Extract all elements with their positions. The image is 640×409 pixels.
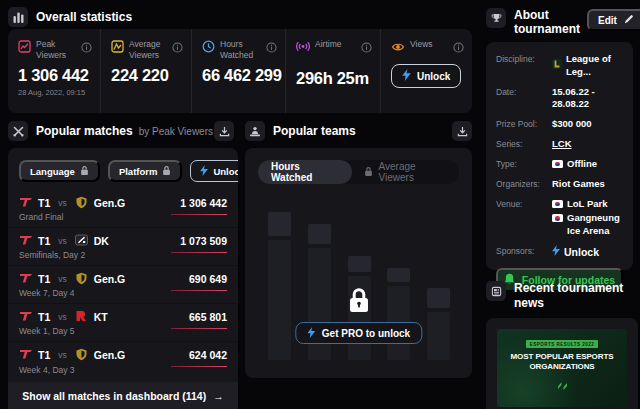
info-icon[interactable] [172,39,183,57]
row-label: Type: [496,158,548,171]
popular-teams-card: Hours Watched Average Viewers Get PRO to… [245,148,472,378]
locked-bar-chart: Get PRO to unlock [245,192,472,378]
row-label: Sponsors: [496,245,548,259]
info-icon[interactable] [361,39,372,57]
stat-label: Airtime [315,39,356,50]
info-icon[interactable] [453,39,464,57]
stat-airtime: Airtime 296h 25m [285,29,380,113]
match-row[interactable]: T1 vs Gen.G Grand Final 1 306 442 [8,190,238,228]
team1-name: T1 [38,273,50,285]
south-korea-flag-icon [552,160,563,168]
about-row-series: Series: LCK [496,138,623,151]
match-stage: Week 7, Day 4 [19,288,75,298]
average-viewers-icon [111,39,124,57]
prize-value: $300 000 [552,118,623,131]
about-row-venue: Venue: LoL Park Gangneung Ice Arena [496,198,623,238]
edit-label: Edit [598,15,617,26]
news-badge: ESPORTS RESULTS 2022 [526,340,599,348]
team-icon [245,121,265,141]
stat-value: 1 306 442 [18,66,92,85]
lock-icon [364,166,373,179]
show-all-matches-button[interactable]: Show all matches in dashboard (114) → [8,382,238,409]
peak-viewers-value: 1 306 442 [180,197,227,209]
stat-date: 28 Aug, 2022, 09:15 [18,88,92,97]
team2-name: KT [94,311,108,323]
teams-tabs: Hours Watched Average Viewers [258,160,459,184]
venue-value-1: LoL Park [567,198,607,211]
hours-watched-icon [202,39,215,57]
series-link[interactable]: LCK [552,138,623,151]
unlock-label: Unlock [213,166,238,177]
bolt-icon [200,165,208,178]
discipline-value[interactable]: League of Leg... [566,53,623,79]
row-label: Prize Pool: [496,118,548,131]
platform-filter-label: Platform [119,166,158,177]
info-icon[interactable] [266,39,277,57]
team1-logo [19,272,33,285]
about-tournament-card: Discipline: League of Leg... Date: 15.06… [486,42,633,270]
match-stage: Semifinals, Day 2 [19,250,85,260]
match-row[interactable]: T1 vs KT Week 1, Day 5 665 801 [8,304,238,342]
bolt-icon [307,327,315,340]
row-label: Date: [496,86,548,112]
viewers-sparkline [171,252,227,253]
about-row-type: Type: Offline [496,158,623,171]
about-row-sponsors: Sponsors: Unlock [496,245,623,259]
match-stage: Grand Final [19,212,63,222]
views-unlock-button[interactable]: Unlock [391,64,461,88]
filters-unlock-button[interactable]: Unlock [190,160,238,182]
vs-label: vs [58,274,67,284]
about-row-organizers: Organizers: Riot Games [496,178,623,191]
team1-name: T1 [38,197,50,209]
team1-name: T1 [38,235,50,247]
match-row[interactable]: T1 vs Gen.G Week 7, Day 4 690 649 [8,266,238,304]
team1-logo [19,234,33,247]
sponsors-unlock-label[interactable]: Unlock [564,245,599,259]
team1-name: T1 [38,349,50,361]
tab-hours-watched[interactable]: Hours Watched [258,160,352,184]
get-pro-button[interactable]: Get PRO to unlock [295,322,422,344]
skeleton-bar [387,268,410,360]
stat-value: 296h 25m [296,69,372,88]
team1-name: T1 [38,311,50,323]
viewers-sparkline [171,328,227,329]
news-section-title: Recent tournament news [514,281,624,311]
lock-icon [80,165,89,178]
news-image[interactable]: ESPORTS RESULTS 2022 MOST POPULAR ESPORT… [497,329,627,407]
team2-name: Gen.G [94,197,126,209]
download-icon[interactable] [452,121,472,141]
peak-viewers-value: 690 649 [189,273,227,285]
download-icon[interactable] [214,121,234,141]
match-row[interactable]: T1 vs Gen.G Week 4, Day 3 624 042 [8,342,238,380]
news-headline: MOST POPULAR ESPORTS ORGANIZATIONS [504,352,620,371]
bolt-icon [552,245,560,259]
stat-label: Hours Watched [220,39,261,61]
peak-viewers-value: 1 073 509 [180,235,227,247]
news-card[interactable]: ESPORTS RESULTS 2022 MOST POPULAR ESPORT… [486,318,638,409]
match-row[interactable]: T1 vs DK Semifinals, Day 2 1 073 509 [8,228,238,266]
team2-logo [75,272,89,285]
unlock-label: Unlock [417,71,450,82]
trophy-icon [486,8,506,28]
news-icon [486,281,506,301]
edit-button[interactable]: Edit [587,9,640,31]
viewers-sparkline [171,214,227,215]
match-stage: Week 4, Day 3 [19,365,75,375]
info-icon[interactable] [81,39,92,57]
viewers-sparkline [171,366,227,367]
stat-peak-viewers: Peak Viewers 1 306 442 28 Aug, 2022, 09:… [8,29,100,113]
matches-section-title: Popular matches [36,124,133,138]
page-title: Overall statistics [36,10,132,24]
language-filter-button[interactable]: Language [19,160,100,182]
peak-viewers-icon [18,39,31,57]
team2-name: Gen.G [94,273,126,285]
row-label: Venue: [496,198,548,238]
platform-filter-button[interactable]: Platform [108,160,183,182]
about-section-title: About tournament [514,8,584,36]
about-row-discipline: Discipline: League of Leg... [496,53,623,79]
tab-average-viewers[interactable]: Average Viewers [352,161,459,183]
venue-value-2: Gangneung Ice Arena [567,212,623,238]
team2-logo [75,234,89,247]
team2-name: Gen.G [94,349,126,361]
arrow-right-icon: → [213,390,224,402]
